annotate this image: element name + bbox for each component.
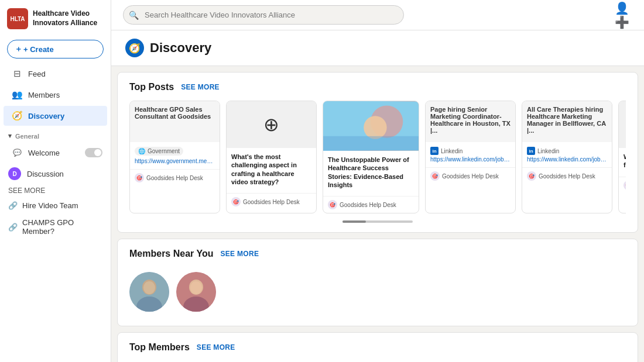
top-members-title: Top Members: [129, 342, 190, 353]
svg-point-7: [143, 281, 155, 294]
post-author-1: Goodsides Help Desk: [146, 175, 203, 181]
post-footer-1: 🎯 Goodsides Help Desk: [130, 169, 220, 186]
scroll-dot-active: [342, 220, 366, 223]
post-card-5[interactable]: All Care Therapies hiring Healthcare Mar…: [522, 101, 612, 213]
member-near-2[interactable]: [176, 272, 216, 312]
svg-rect-3: [323, 136, 419, 151]
search-icon: 🔍: [129, 11, 139, 20]
page-title: Discovery: [150, 40, 211, 56]
members-near-you-section: Members Near You SEE MORE: [117, 239, 638, 326]
sidebar-item-discovery[interactable]: 🧭 Discovery: [4, 106, 107, 126]
scroll-dot: [342, 220, 413, 223]
sidebar: HLTA Healthcare Video Innovators Allianc…: [0, 0, 111, 362]
members-near-header: Members Near You SEE MORE: [129, 249, 626, 259]
post-author-3: Goodsides Help Desk: [340, 202, 396, 208]
post-footer-4: 🎯 Goodsides Help Desk: [426, 167, 515, 184]
post-body-3: The Unstoppable Power of Healthcare Succ…: [323, 151, 419, 196]
top-members-see-more[interactable]: SEE MORE: [197, 343, 235, 351]
add-member-icon: 👤➕: [611, 1, 632, 29]
toggle-dot: [94, 149, 101, 156]
post-title-3: The Unstoppable Power of Healthcare Succ…: [328, 156, 414, 189]
post-body-1: 🌐 Government https://www.government.medi…: [130, 142, 220, 169]
member-near-1[interactable]: [129, 272, 169, 312]
post-url-4: https://www.linkedin.com/jobs/...: [430, 156, 511, 163]
post-footer-5: 🎯 Goodsides Help Desk: [522, 167, 612, 184]
post-icon-2: ⊕: [227, 101, 316, 148]
discovery-icon-nav: 🧭: [12, 111, 22, 121]
main-content: 🧭 Discovery Top Posts SEE MORE Healthcar…: [111, 30, 644, 362]
post-url-5: https://www.linkedin.com/jobs/...: [527, 156, 607, 163]
feed-icon: ⊟: [12, 68, 22, 79]
post-footer-6: 🎯 Goodsid...: [619, 177, 626, 194]
post-card-6[interactable]: 🕐 What perc... marketing focused or... 🎯…: [618, 101, 626, 213]
top-posts-see-more[interactable]: SEE MORE: [181, 83, 220, 91]
sidebar-item-members[interactable]: 👥 Members: [4, 85, 107, 105]
post-card-2[interactable]: ⊕ What's the most challenging aspect in …: [226, 101, 317, 213]
plus-icon: ＋: [15, 44, 22, 54]
top-bar: 🔍 👤➕: [111, 0, 644, 30]
sidebar-item-welcome[interactable]: 💬 Welcome: [4, 143, 107, 163]
post-card-4[interactable]: Page hiring Senior Marketing Coordinator…: [425, 101, 516, 213]
linkedin-icon-4: in: [430, 147, 439, 155]
sidebar-item-discussion[interactable]: D Discussion: [0, 163, 111, 184]
top-members-header: Top Members SEE MORE: [129, 342, 626, 353]
link-icon: 🔗: [8, 201, 18, 210]
page-header: 🧭 Discovery: [111, 30, 644, 66]
post-author-2: Goodsides Help Desk: [243, 199, 300, 205]
brand-name: Healthcare Video Innovators Alliance: [33, 9, 97, 27]
author-avatar-1: 🎯: [135, 173, 144, 182]
linkedin-icon-5: in: [527, 147, 535, 155]
post-image-3: [323, 101, 419, 151]
post-footer-3: 🎯 Goodsides Help Desk: [323, 196, 419, 213]
chevron-down-icon: ▾: [8, 132, 12, 140]
govt-badge: 🌐 Government: [135, 147, 183, 156]
members-near-row: [129, 267, 626, 316]
create-button[interactable]: ＋ + Create: [7, 40, 104, 58]
post-body-4: in Linkedin https://www.linkedin.com/job…: [426, 142, 515, 167]
sidebar-champs-gpo[interactable]: 🔗 CHAMPS GPO Member?: [0, 214, 111, 240]
post-icon-4: Page hiring Senior Marketing Coordinator…: [426, 101, 515, 142]
post-card-1[interactable]: Healthcare GPO Sales Consultant at Goods…: [129, 101, 220, 213]
members-icon: 👥: [12, 89, 22, 100]
svg-point-2: [364, 116, 387, 139]
general-section: ▾ General: [0, 126, 111, 142]
scroll-indicator: [129, 220, 626, 223]
author-avatar-3: 🎯: [328, 200, 337, 209]
post-title-2: What's the most challenging aspect in cr…: [231, 153, 311, 186]
platform-label-5: Linkedin: [537, 148, 559, 154]
top-posts-section: Top Posts SEE MORE Healthcare GPO Sales …: [117, 72, 638, 233]
post-author-4: Goodsides Help Desk: [442, 173, 499, 180]
post-author-5: Goodsides Help Desk: [539, 173, 595, 180]
link-icon-2: 🔗: [8, 223, 18, 232]
post-card-3[interactable]: The Unstoppable Power of Healthcare Succ…: [323, 101, 419, 213]
posts-scroll[interactable]: Healthcare GPO Sales Consultant at Goods…: [129, 101, 626, 216]
post-icon-6: 🕐: [619, 101, 626, 148]
author-avatar-4: 🎯: [430, 171, 440, 181]
post-icon-5: All Care Therapies hiring Healthcare Mar…: [522, 101, 612, 142]
sidebar-item-feed[interactable]: ⊟ Feed: [4, 64, 107, 84]
brand[interactable]: HLTA Healthcare Video Innovators Allianc…: [0, 0, 111, 37]
svg-point-11: [190, 281, 202, 294]
search-input[interactable]: [123, 5, 404, 25]
discovery-page-icon: 🧭: [125, 39, 144, 57]
post-title-6: What perc... marketing focused or...: [624, 153, 626, 170]
welcome-toggle[interactable]: [85, 148, 102, 157]
post-body-5: in Linkedin https://www.linkedin.com/job…: [522, 142, 612, 167]
post-url-1: https://www.government.medi...: [135, 158, 215, 164]
welcome-icon: 💬: [12, 147, 22, 158]
add-member-button[interactable]: 👤➕: [611, 5, 632, 26]
search-box: 🔍: [123, 5, 404, 25]
discussion-avatar: D: [8, 167, 21, 180]
brand-logo: HLTA: [7, 8, 28, 29]
post-body-2: What's the most challenging aspect in cr…: [227, 148, 316, 193]
author-avatar-2: 🎯: [231, 197, 241, 206]
members-near-see-more[interactable]: SEE MORE: [220, 250, 259, 258]
top-members-section: Top Members SEE MORE G: [117, 332, 638, 362]
author-avatar-5: 🎯: [527, 171, 536, 181]
top-posts-header: Top Posts SEE MORE: [129, 82, 626, 92]
globe-icon: 🌐: [138, 148, 145, 154]
top-posts-title: Top Posts: [129, 82, 174, 92]
sidebar-hire-video-team[interactable]: 🔗 Hire Video Team: [0, 197, 111, 214]
author-avatar-6: 🎯: [624, 181, 626, 190]
sidebar-see-more[interactable]: SEE MORE: [0, 184, 111, 197]
